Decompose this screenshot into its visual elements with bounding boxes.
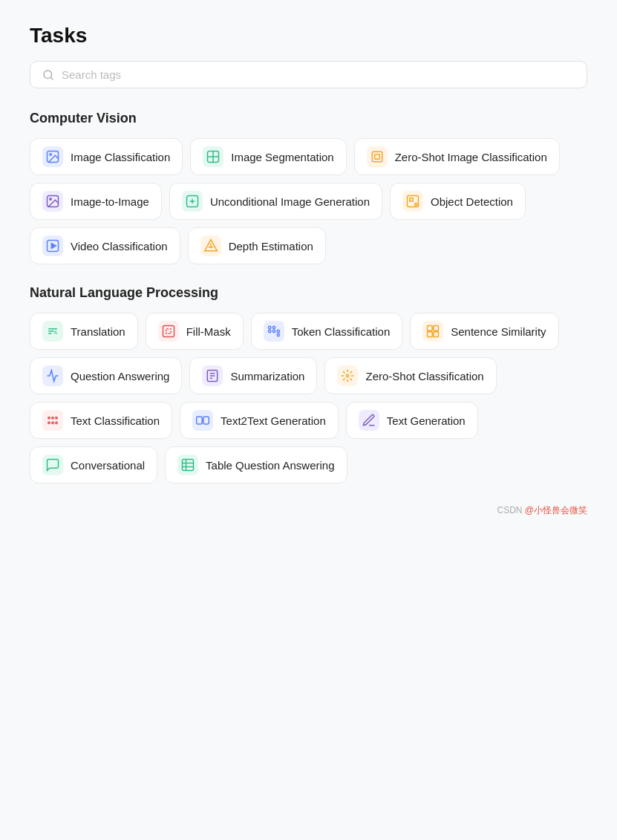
tag-sentence-similarity[interactable]: Sentence Similarity	[410, 313, 558, 350]
tag-translation[interactable]: ATranslation	[30, 313, 138, 350]
tag-depth-estimation[interactable]: Depth Estimation	[188, 227, 326, 264]
svg-rect-23	[163, 326, 174, 337]
tag-label-text-classification: Text Classification	[71, 414, 160, 427]
svg-line-1	[50, 77, 53, 79]
tag-label-table-question-answering: Table Question Answering	[206, 459, 334, 472]
svg-point-51	[48, 422, 50, 424]
svg-line-44	[344, 371, 345, 373]
tag-label-question-answering: Question Answering	[71, 370, 169, 382]
tag-label-text2text-generation: Text2Text Generation	[221, 414, 326, 427]
tag-label-zero-shot-image: Zero-Shot Image Classification	[395, 151, 547, 163]
image-segmentation-icon	[203, 146, 223, 167]
tag-image-segmentation[interactable]: Image Segmentation	[190, 138, 346, 175]
tag-label-image-classification: Image Classification	[71, 151, 170, 163]
tag-zero-shot-image[interactable]: Zero-Shot Image Classification	[354, 138, 560, 175]
tag-unconditional-image-gen[interactable]: Unconditional Image Generation	[169, 183, 382, 220]
section-nlp: Natural Language ProcessingATranslationF…	[30, 285, 587, 484]
tag-table-question-answering[interactable]: Table Question Answering	[165, 446, 347, 484]
tag-image-to-image[interactable]: Image-to-Image	[30, 183, 162, 220]
svg-point-53	[56, 422, 58, 424]
svg-line-47	[344, 379, 345, 380]
svg-point-28	[268, 326, 270, 328]
text2text-generation-icon	[192, 410, 213, 431]
search-bar[interactable]: Search tags	[30, 61, 587, 88]
svg-rect-55	[203, 417, 209, 424]
svg-rect-15	[410, 198, 413, 201]
zero-shot-image-icon	[367, 146, 388, 167]
tag-label-translation: Translation	[71, 325, 125, 338]
svg-text:A: A	[54, 330, 58, 335]
section-computer-vision: Computer VisionImage ClassificationImage…	[30, 111, 587, 264]
tag-label-image-segmentation: Image Segmentation	[231, 151, 333, 163]
svg-point-10	[50, 198, 52, 201]
table-question-answering-icon	[177, 455, 198, 475]
tag-label-video-classification: Video Classification	[71, 240, 168, 253]
fill-mask-icon	[158, 321, 179, 342]
svg-point-50	[56, 417, 58, 419]
tag-label-zero-shot-classification: Zero-Shot Classification	[365, 370, 483, 382]
tag-summarization[interactable]: Summarization	[189, 357, 317, 394]
svg-point-3	[50, 154, 52, 156]
svg-point-52	[52, 422, 54, 424]
tag-video-classification[interactable]: Video Classification	[30, 227, 180, 264]
text-generation-icon	[359, 410, 379, 431]
tag-image-classification[interactable]: Image Classification	[30, 138, 183, 175]
zero-shot-classification-icon	[337, 365, 358, 386]
tag-label-image-to-image: Image-to-Image	[71, 195, 149, 208]
token-classification-icon	[264, 321, 284, 342]
tag-fill-mask[interactable]: Fill-Mask	[146, 313, 244, 350]
svg-rect-34	[434, 332, 439, 337]
tag-label-text-generation: Text Generation	[387, 414, 466, 427]
tag-text-classification[interactable]: Text Classification	[30, 402, 172, 439]
tag-label-token-classification: Token Classification	[292, 325, 391, 338]
text-classification-icon	[42, 410, 63, 431]
svg-point-16	[415, 204, 417, 206]
question-answering-icon	[42, 365, 63, 386]
tag-object-detection[interactable]: Object Detection	[390, 183, 526, 220]
svg-point-25	[268, 330, 270, 332]
video-classification-icon	[42, 235, 63, 256]
svg-rect-7	[372, 152, 382, 161]
search-placeholder: Search tags	[62, 68, 121, 81]
svg-marker-18	[51, 244, 56, 249]
tag-token-classification[interactable]: Token Classification	[251, 313, 403, 350]
tag-zero-shot-classification[interactable]: Zero-Shot Classification	[324, 357, 496, 394]
conversational-icon	[42, 455, 63, 475]
svg-point-48	[48, 417, 50, 419]
svg-rect-31	[428, 326, 433, 331]
tag-text-generation[interactable]: Text Generation	[346, 402, 478, 439]
svg-rect-32	[434, 326, 439, 331]
svg-line-45	[350, 379, 352, 380]
image-classification-icon	[42, 146, 63, 167]
unconditional-image-gen-icon	[182, 191, 203, 212]
tag-conversational[interactable]: Conversational	[30, 446, 157, 484]
summarization-icon	[202, 365, 223, 386]
image-to-image-icon	[42, 191, 63, 212]
svg-line-46	[350, 371, 352, 373]
tag-label-conversational: Conversational	[71, 459, 145, 472]
translation-icon: A	[42, 321, 63, 342]
sections-container: Computer VisionImage ClassificationImage…	[30, 111, 587, 484]
tag-question-answering[interactable]: Question Answering	[30, 357, 182, 394]
tag-label-object-detection: Object Detection	[431, 195, 513, 208]
svg-point-26	[272, 330, 275, 332]
section-title-nlp: Natural Language Processing	[30, 285, 587, 301]
section-title-computer-vision: Computer Vision	[30, 111, 587, 126]
svg-rect-33	[428, 332, 433, 337]
svg-rect-54	[197, 417, 203, 424]
svg-rect-57	[183, 460, 194, 471]
sentence-similarity-icon	[422, 321, 443, 342]
svg-rect-24	[166, 329, 171, 334]
svg-point-30	[277, 333, 279, 336]
watermark: CSDN @小怪兽会微笑	[30, 504, 587, 517]
svg-rect-8	[374, 154, 379, 160]
tag-grid-nlp: ATranslationFill-MaskToken Classificatio…	[30, 313, 587, 484]
svg-point-49	[52, 417, 54, 419]
page-title: Tasks	[30, 24, 587, 48]
svg-point-39	[347, 374, 349, 377]
svg-point-29	[272, 326, 275, 328]
tag-label-sentence-similarity: Sentence Similarity	[451, 325, 546, 338]
object-detection-icon	[402, 191, 423, 212]
tag-label-fill-mask: Fill-Mask	[186, 325, 231, 338]
tag-text2text-generation[interactable]: Text2Text Generation	[180, 402, 339, 439]
